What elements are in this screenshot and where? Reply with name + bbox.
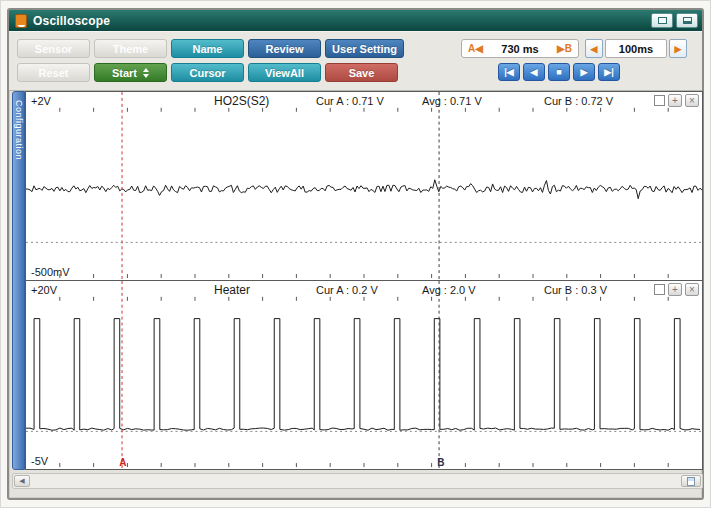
channel-bottom-scale-label: -5V [31, 455, 48, 467]
waveform-plot[interactable] [26, 281, 702, 469]
name-button[interactable]: Name [171, 39, 244, 58]
channel-bottom-scale-label: -500mV [31, 266, 70, 278]
transport-last-button[interactable]: ▶| [598, 63, 620, 81]
channel-visible-checkbox[interactable] [654, 284, 665, 295]
app-icon [15, 14, 27, 28]
cursor-a-label: A [119, 457, 126, 468]
transport-stop-button[interactable]: ■ [548, 63, 570, 81]
window-restore-icon [658, 17, 667, 24]
start-spinner-icon[interactable] [143, 68, 149, 78]
average-value-label: Avg : 0.71 V [422, 95, 482, 107]
cursor-span-display: A◀ 730 ms ▶B [461, 39, 579, 58]
toolbar: Sensor Theme Name Review User Setting Re… [9, 31, 702, 91]
channel-visible-checkbox[interactable] [654, 95, 665, 106]
timebase-value[interactable]: 100ms [605, 39, 667, 58]
viewall-button[interactable]: ViewAll [248, 63, 321, 82]
close-icon: × [689, 285, 695, 295]
start-button-label: Start [112, 67, 137, 79]
scope-panel-heater: +20V Heater Cur A : 0.2 V Avg : 2.0 V Cu… [25, 280, 703, 470]
timebase-decrease-button[interactable]: ◀ [585, 39, 603, 58]
titlebar: Oscilloscope [9, 10, 702, 31]
transport-prev-button[interactable]: ◀ [523, 63, 545, 81]
channel-top-scale-label: +20V [31, 284, 57, 296]
average-value-label: Avg : 2.0 V [422, 284, 476, 296]
reset-button[interactable]: Reset [17, 63, 90, 82]
panel-move-button[interactable]: + [668, 283, 682, 296]
scroll-left-button[interactable]: ◀ [14, 475, 30, 487]
channel-title: HO2S(S2) [214, 94, 269, 108]
cursor-a-value-label: Cur A : 0.71 V [316, 95, 384, 107]
scroll-left-icon: ◀ [19, 477, 24, 485]
cursor-b-label: B [437, 457, 444, 468]
waveform-plot[interactable] [26, 92, 702, 280]
screen: { "window": { "title": "Oscilloscope" },… [0, 0, 711, 508]
cursor-b-marker: ▶B [557, 43, 572, 54]
panel-close-button[interactable]: × [685, 94, 699, 107]
theme-button[interactable]: Theme [94, 39, 167, 58]
close-icon: × [689, 96, 695, 106]
scope-panel-ho2s: +2V HO2S(S2) Cur A : 0.71 V Avg : 0.71 V… [25, 91, 703, 281]
user-setting-button[interactable]: User Setting [325, 39, 404, 58]
move-icon: + [672, 285, 678, 295]
transport-first-button[interactable]: |◀ [498, 63, 520, 81]
oscilloscope-window: Oscilloscope Sensor Theme Name Review Us… [7, 8, 704, 500]
scope-panels: +2V HO2S(S2) Cur A : 0.71 V Avg : 0.71 V… [25, 91, 703, 470]
move-icon: + [672, 96, 678, 106]
page-icon [687, 477, 695, 486]
sensor-button[interactable]: Sensor [17, 39, 90, 58]
cursor-span-value: 730 ms [501, 43, 538, 55]
transport-play-button[interactable]: ▶ [573, 63, 595, 81]
cursor-a-value-label: Cur A : 0.2 V [316, 284, 378, 296]
cursor-button[interactable]: Cursor [171, 63, 244, 82]
timebase-increase-button[interactable]: ▶ [669, 39, 687, 58]
configuration-tab-label: Configuration [14, 92, 24, 469]
cursor-b-value-label: Cur B : 0.72 V [544, 95, 613, 107]
cursor-b-value-label: Cur B : 0.3 V [544, 284, 607, 296]
channel-top-scale-label: +2V [31, 95, 51, 107]
horizontal-scrollbar[interactable]: ◀ [12, 473, 703, 489]
scrollbar-corner-button[interactable] [681, 475, 701, 487]
cursor-a-marker: A◀ [468, 43, 483, 54]
panel-close-button[interactable]: × [685, 283, 699, 296]
review-button[interactable]: Review [248, 39, 321, 58]
window-layout-button[interactable] [651, 13, 673, 28]
panel-move-button[interactable]: + [668, 94, 682, 107]
save-button[interactable]: Save [325, 63, 398, 82]
configuration-tab[interactable]: Configuration [12, 91, 25, 470]
start-button[interactable]: Start [94, 63, 167, 82]
channel-title: Heater [214, 283, 250, 297]
window-split-icon [683, 17, 692, 24]
window-title: Oscilloscope [33, 14, 110, 28]
window-panels-button[interactable] [676, 13, 698, 28]
